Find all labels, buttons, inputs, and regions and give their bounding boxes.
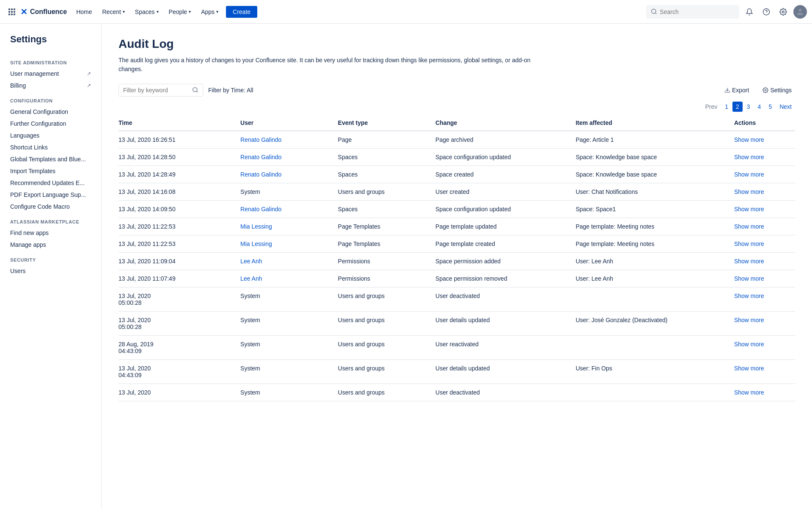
cell-actions[interactable]: Show more [734,183,795,201]
cell-user[interactable]: Renato Galindo [240,149,338,166]
svg-rect-6 [8,14,10,15]
cell-user[interactable]: Renato Galindo [240,166,338,183]
user-link[interactable]: Renato Galindo [240,206,281,213]
cell-user: System [240,312,338,336]
cell-user[interactable]: Renato Galindo [240,131,338,149]
cell-user[interactable]: Mia Lessing [240,235,338,253]
create-button[interactable]: Create [226,6,257,18]
cell-user[interactable]: Mia Lessing [240,218,338,235]
cell-event-type: Page Templates [338,235,435,253]
search-icon [651,8,657,15]
show-more-link[interactable]: Show more [734,275,764,282]
user-link[interactable]: Renato Galindo [240,136,281,143]
cell-item-affected: Space: Knowledge base space [575,149,734,166]
show-more-link[interactable]: Show more [734,188,764,195]
next-page-button[interactable]: Next [776,102,795,112]
sidebar-item-general-config[interactable]: General Configuration [0,106,101,118]
cell-actions[interactable]: Show more [734,131,795,149]
svg-rect-5 [14,11,15,13]
user-link[interactable]: Mia Lessing [240,240,272,247]
cell-user[interactable]: Lee Anh [240,253,338,270]
cell-actions[interactable]: Show more [734,201,795,218]
grid-icon[interactable] [5,5,19,19]
show-more-link[interactable]: Show more [734,171,764,178]
show-more-link[interactable]: Show more [734,293,764,299]
search-input[interactable] [660,8,734,15]
cell-actions[interactable]: Show more [734,235,795,253]
cell-actions[interactable]: Show more [734,336,795,360]
cell-user[interactable]: Lee Anh [240,270,338,287]
nav-home[interactable]: Home [72,6,96,18]
filter-keyword-input[interactable] [123,87,190,94]
help-button[interactable] [760,5,773,19]
nav-people[interactable]: People ▾ [165,6,195,18]
show-more-link[interactable]: Show more [734,365,764,372]
sidebar-item-global-templates[interactable]: Global Templates and Blue... [0,153,101,165]
logo[interactable]: ✕ Confluence [20,7,67,17]
sidebar-item-import-templates[interactable]: Import Templates [0,165,101,177]
show-more-link[interactable]: Show more [734,206,764,213]
show-more-link[interactable]: Show more [734,223,764,230]
sidebar-item-shortcut-links[interactable]: Shortcut Links [0,141,101,153]
nav-recent[interactable]: Recent ▾ [98,6,129,18]
page-1-button[interactable]: 1 [721,102,732,112]
sidebar-item-further-config[interactable]: Further Configuration [0,118,101,130]
cell-change: Page archived [435,131,575,149]
cell-actions[interactable]: Show more [734,287,795,312]
show-more-link[interactable]: Show more [734,154,764,160]
table-settings-button[interactable]: Settings [759,85,795,95]
cell-actions[interactable]: Show more [734,384,795,401]
prev-page-button[interactable]: Prev [702,102,721,112]
show-more-link[interactable]: Show more [734,389,764,396]
cell-time: 13 Jul, 2020 11:22:53 [118,218,240,235]
page-4-button[interactable]: 4 [754,102,765,112]
nav-apps[interactable]: Apps ▾ [197,6,223,18]
cell-actions[interactable]: Show more [734,270,795,287]
notifications-button[interactable] [743,5,756,19]
nav-spaces[interactable]: Spaces ▾ [131,6,163,18]
sidebar-item-languages[interactable]: Languages [0,130,101,141]
user-link[interactable]: Lee Anh [240,275,262,282]
sidebar-item-pdf-export[interactable]: PDF Export Language Sup... [0,189,101,201]
sidebar-item-find-new-apps[interactable]: Find new apps [0,227,101,239]
page-3-button[interactable]: 3 [743,102,754,112]
sidebar-item-recommended-updates[interactable]: Recommended Updates E... [0,177,101,189]
svg-rect-7 [11,14,13,15]
cell-actions[interactable]: Show more [734,166,795,183]
show-more-link[interactable]: Show more [734,240,764,247]
avatar[interactable] [793,5,807,19]
svg-rect-2 [14,8,15,10]
search-box[interactable] [646,5,739,19]
filter-time-label[interactable]: Filter by Time: All [208,87,253,94]
sidebar-item-manage-apps[interactable]: Manage apps [0,239,101,251]
sidebar-item-billing[interactable]: Billing ↗ [0,80,101,91]
show-more-link[interactable]: Show more [734,341,764,348]
cell-actions[interactable]: Show more [734,218,795,235]
show-more-link[interactable]: Show more [734,258,764,265]
col-header-actions: Actions [734,115,795,131]
filter-input-wrap[interactable] [118,84,203,97]
user-link[interactable]: Renato Galindo [240,171,281,178]
sidebar-section-site-admin: Site Administration [0,53,101,68]
sidebar-item-users[interactable]: Users [0,265,101,277]
table-row: 13 Jul, 2020 14:28:49 Renato Galindo Spa… [118,166,795,183]
cell-actions[interactable]: Show more [734,253,795,270]
sidebar-item-configure-code[interactable]: Configure Code Macro [0,201,101,213]
export-button[interactable]: Export [721,85,752,95]
settings-button[interactable] [776,5,790,19]
user-link[interactable]: Renato Galindo [240,154,281,160]
page-2-button[interactable]: 2 [732,102,743,112]
show-more-link[interactable]: Show more [734,136,764,143]
user-link[interactable]: Lee Anh [240,258,262,265]
sidebar-item-user-management[interactable]: User management ↗ [0,68,101,80]
cell-actions[interactable]: Show more [734,149,795,166]
cell-actions[interactable]: Show more [734,312,795,336]
show-more-link[interactable]: Show more [734,317,764,323]
help-icon [762,8,770,16]
page-5-button[interactable]: 5 [765,102,775,112]
grid-menu[interactable] [5,5,19,19]
system-user: System [240,317,260,323]
user-link[interactable]: Mia Lessing [240,223,272,230]
cell-actions[interactable]: Show more [734,360,795,384]
cell-user[interactable]: Renato Galindo [240,201,338,218]
